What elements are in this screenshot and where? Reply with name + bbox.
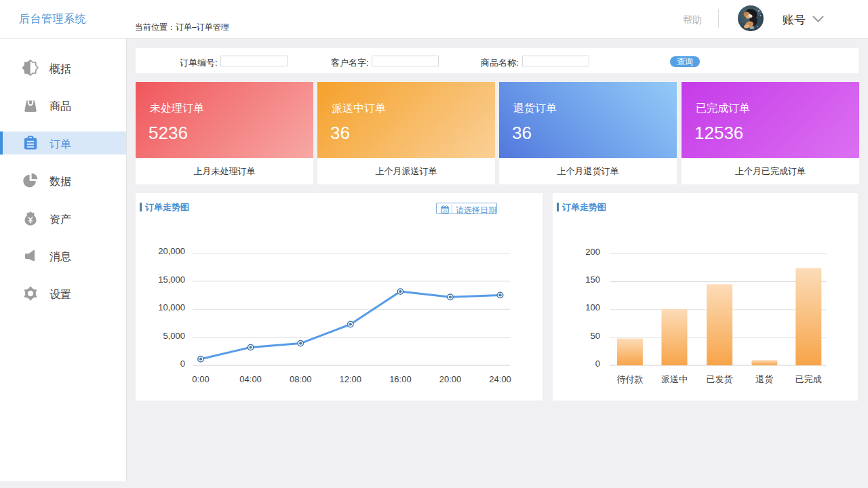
svg-text:24: 24 [443,208,447,212]
svg-text:12:00: 12:00 [340,374,362,384]
svg-text:20:00: 20:00 [439,374,462,384]
svg-text:已完成: 已完成 [795,374,822,384]
svg-text:15,000: 15,000 [158,274,185,285]
svg-text:20,000: 20,000 [158,246,185,256]
svg-text:派送中: 派送中 [661,374,688,384]
svg-text:24:00: 24:00 [489,374,511,384]
svg-text:10,000: 10,000 [158,302,185,312]
svg-text:退货: 退货 [755,374,773,384]
svg-text:08:00: 08:00 [290,374,312,384]
svg-text:已发货: 已发货 [707,374,733,384]
svg-text:04:00: 04:00 [239,374,262,384]
svg-text:16:00: 16:00 [389,374,412,384]
svg-text:待付款: 待付款 [616,374,643,384]
svg-text:100: 100 [585,302,600,312]
svg-text:200: 200 [585,247,600,257]
svg-text:0: 0 [595,359,600,369]
svg-text:50: 50 [591,331,600,341]
svg-text:0: 0 [180,359,185,369]
svg-text:5,000: 5,000 [163,331,185,341]
svg-text:0:00: 0:00 [192,374,209,384]
svg-text:150: 150 [585,274,600,285]
